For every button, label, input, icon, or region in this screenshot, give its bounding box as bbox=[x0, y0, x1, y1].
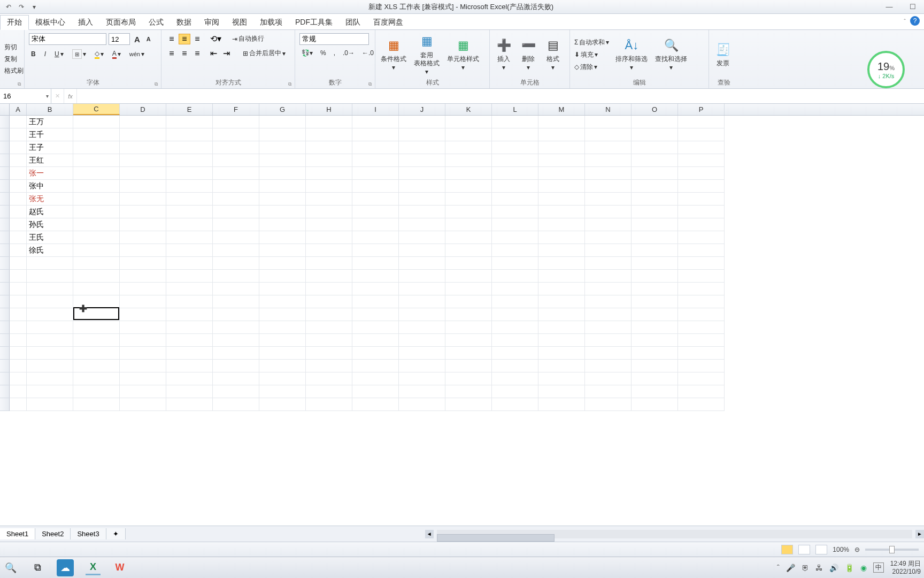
cell[interactable] bbox=[10, 295, 27, 308]
cell[interactable] bbox=[492, 398, 538, 411]
cell[interactable] bbox=[73, 270, 120, 283]
cell[interactable] bbox=[492, 347, 538, 360]
cell[interactable] bbox=[27, 347, 73, 360]
cell[interactable] bbox=[166, 231, 213, 244]
row-header[interactable] bbox=[0, 167, 10, 180]
cell[interactable] bbox=[166, 334, 213, 347]
cell[interactable] bbox=[27, 385, 73, 398]
task-view-icon[interactable]: ⧉ bbox=[30, 560, 45, 575]
cell[interactable] bbox=[585, 167, 632, 180]
cell[interactable] bbox=[166, 283, 213, 295]
cell[interactable] bbox=[538, 321, 585, 334]
cell[interactable] bbox=[259, 334, 306, 347]
dialog-launcher-icon[interactable]: ⧉ bbox=[155, 81, 158, 87]
cell[interactable] bbox=[399, 270, 445, 283]
cell[interactable] bbox=[492, 283, 538, 295]
cell[interactable] bbox=[632, 154, 678, 167]
cell[interactable] bbox=[445, 244, 492, 257]
cell[interactable] bbox=[678, 372, 725, 385]
cell[interactable] bbox=[352, 141, 399, 154]
cell[interactable] bbox=[445, 154, 492, 167]
cell[interactable] bbox=[492, 360, 538, 372]
qat-more-icon[interactable]: ▾ bbox=[29, 2, 40, 12]
cell[interactable] bbox=[445, 360, 492, 372]
align-bottom-icon[interactable]: ≡ bbox=[191, 34, 203, 44]
cell[interactable] bbox=[166, 295, 213, 308]
cell[interactable]: 徐氏 bbox=[27, 244, 73, 257]
cell[interactable] bbox=[538, 116, 585, 128]
cell[interactable] bbox=[538, 360, 585, 372]
cell[interactable] bbox=[352, 218, 399, 231]
cell[interactable] bbox=[120, 385, 166, 398]
row-header[interactable] bbox=[0, 270, 10, 283]
cell[interactable] bbox=[678, 244, 725, 257]
cell[interactable] bbox=[213, 218, 259, 231]
cell[interactable] bbox=[585, 231, 632, 244]
cell[interactable] bbox=[352, 385, 399, 398]
cell[interactable] bbox=[399, 206, 445, 218]
sheet-tab[interactable]: Sheet3 bbox=[71, 528, 106, 539]
cell[interactable] bbox=[632, 116, 678, 128]
cell[interactable] bbox=[538, 154, 585, 167]
cell[interactable] bbox=[213, 206, 259, 218]
cell[interactable] bbox=[492, 270, 538, 283]
cell[interactable] bbox=[259, 347, 306, 360]
app-icon[interactable]: ☁ bbox=[57, 559, 74, 576]
cell[interactable]: 张一 bbox=[27, 167, 73, 180]
cell[interactable] bbox=[213, 141, 259, 154]
cell[interactable]: 王子 bbox=[27, 141, 73, 154]
row-header[interactable] bbox=[0, 244, 10, 257]
cell[interactable] bbox=[73, 218, 120, 231]
cell[interactable] bbox=[259, 206, 306, 218]
cell[interactable] bbox=[538, 167, 585, 180]
align-top-icon[interactable]: ≡ bbox=[166, 34, 178, 44]
cell[interactable] bbox=[27, 372, 73, 385]
cell[interactable] bbox=[632, 398, 678, 411]
cell[interactable] bbox=[678, 218, 725, 231]
cell[interactable] bbox=[10, 167, 27, 180]
cell[interactable] bbox=[399, 385, 445, 398]
cell[interactable] bbox=[10, 218, 27, 231]
cell[interactable] bbox=[678, 141, 725, 154]
cell[interactable] bbox=[352, 283, 399, 295]
cell[interactable] bbox=[120, 334, 166, 347]
cell[interactable] bbox=[352, 372, 399, 385]
cell[interactable] bbox=[120, 193, 166, 206]
underline-button[interactable]: U ▾ bbox=[52, 49, 66, 59]
cell[interactable] bbox=[27, 308, 73, 321]
cell[interactable] bbox=[120, 270, 166, 283]
cell[interactable] bbox=[73, 283, 120, 295]
cell[interactable] bbox=[166, 116, 213, 128]
cell[interactable] bbox=[120, 372, 166, 385]
cell[interactable] bbox=[306, 295, 352, 308]
format-painter-button[interactable]: 格式刷 bbox=[2, 65, 26, 77]
cell[interactable] bbox=[445, 347, 492, 360]
cell[interactable] bbox=[445, 128, 492, 141]
cell[interactable] bbox=[73, 180, 120, 193]
zoom-slider[interactable] bbox=[865, 549, 919, 551]
cell[interactable] bbox=[213, 193, 259, 206]
cell[interactable] bbox=[632, 128, 678, 141]
cell[interactable]: 王氏 bbox=[27, 231, 73, 244]
row-header[interactable] bbox=[0, 360, 10, 372]
cell[interactable] bbox=[585, 116, 632, 128]
cell[interactable] bbox=[259, 283, 306, 295]
spreadsheet-grid[interactable]: ABCDEFGHIJKLMNOP 王万王千王子王红张一张中张无赵氏孙氏王氏徐氏✚ bbox=[0, 104, 924, 526]
cell[interactable] bbox=[259, 360, 306, 372]
cell[interactable] bbox=[213, 180, 259, 193]
cell[interactable] bbox=[27, 334, 73, 347]
increase-decimal-icon[interactable]: .0→ bbox=[341, 48, 357, 58]
cell[interactable] bbox=[492, 193, 538, 206]
cell[interactable] bbox=[678, 398, 725, 411]
cell[interactable] bbox=[538, 385, 585, 398]
cell[interactable] bbox=[213, 270, 259, 283]
clock[interactable]: 12:49 周日 2022/10/9 bbox=[890, 560, 921, 575]
fill-color-button[interactable]: ◇▾ bbox=[93, 49, 106, 60]
indent-increase-icon[interactable]: ⇥ bbox=[220, 48, 232, 59]
row-header[interactable] bbox=[0, 128, 10, 141]
cell[interactable] bbox=[399, 283, 445, 295]
wrap-text-button[interactable]: ⇥ 自动换行 bbox=[230, 33, 266, 44]
column-header[interactable]: O bbox=[632, 104, 678, 115]
shrink-font-icon[interactable]: A bbox=[144, 35, 153, 43]
row-header[interactable] bbox=[0, 231, 10, 244]
